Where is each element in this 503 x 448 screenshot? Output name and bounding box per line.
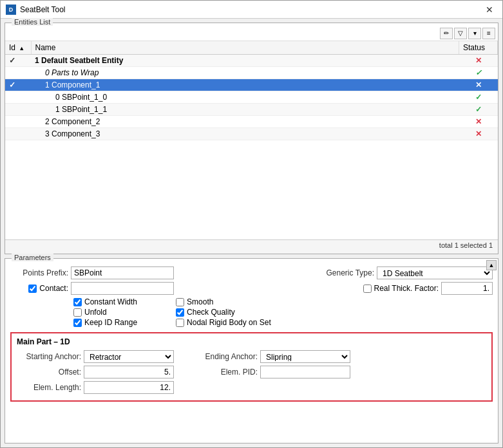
elem-length-label: Elem. Length:	[17, 383, 81, 392]
row-status: ✕	[459, 128, 498, 140]
ending-anchor-select[interactable]: Slipring Retractor Fixed	[260, 350, 350, 363]
row-name: 3 Component_3	[31, 128, 459, 140]
table-row[interactable]: 2 Component_2✕	[5, 116, 498, 128]
offset-label: Offset:	[17, 368, 81, 377]
contact-checkbox[interactable]	[28, 285, 37, 293]
constant-width-checkbox-label[interactable]: Constant Width	[73, 297, 137, 306]
table-row[interactable]: 0 Parts to Wrap✓	[5, 67, 498, 79]
row-id	[5, 104, 31, 116]
unfold-checkbox[interactable]	[73, 308, 82, 317]
row-status: ✕	[459, 79, 498, 91]
ending-anchor-row: Ending Anchor: Slipring Retractor Fixed	[193, 350, 350, 363]
title-bar-left: D SeatBelt Tool	[6, 5, 66, 15]
dropdown-button[interactable]: ▾	[468, 28, 481, 39]
row-status: ✓	[459, 91, 498, 104]
entities-panel: Entities List ✏ ▽ ▾ ≡ Id ▲ Name Status	[5, 23, 498, 254]
row-status: ✕	[459, 55, 498, 67]
constant-width-checkbox[interactable]	[73, 298, 82, 306]
row-status: ✓	[459, 67, 498, 79]
entities-table[interactable]: Id ▲ Name Status ✓1 Default Seatbelt Ent…	[5, 41, 498, 239]
elem-pid-input[interactable]	[260, 366, 350, 378]
generic-type-select[interactable]: 1D Seatbelt 2D Seatbelt	[377, 266, 493, 279]
row-name: 0 SBPoint_1_0	[31, 91, 459, 104]
check-quality-label: Check Quality	[187, 308, 235, 317]
entities-panel-label: Entities List	[12, 18, 53, 26]
row-name: 2 Component_2	[31, 116, 459, 128]
table-header: Id ▲ Name Status	[5, 41, 498, 55]
contact-row: Contact: Real Thick. Factor:	[10, 282, 493, 295]
elem-length-field-row: Elem. Length:	[17, 381, 174, 394]
check-quality-checkbox-label[interactable]: Check Quality	[176, 308, 271, 317]
anchor-row: Starting Anchor: Retractor Fixed Sliprin…	[17, 350, 486, 363]
real-thick-label: Real Thick. Factor:	[374, 284, 439, 293]
elem-pid-label: Elem. PID:	[193, 368, 258, 377]
elem-length-row: Elem. Length:	[17, 381, 486, 394]
entities-toolbar: ✏ ▽ ▾ ≡	[5, 26, 498, 41]
col-name-header[interactable]: Name	[31, 41, 459, 55]
checkboxes-section: Constant Width Unfold Keep ID Range Smoo…	[15, 297, 493, 327]
keep-id-range-checkbox-label[interactable]: Keep ID Range	[73, 318, 137, 327]
footer-total-selected: total 1 selected 1	[439, 241, 493, 249]
ending-anchor-label: Ending Anchor:	[193, 352, 258, 361]
row-status: ✕	[459, 116, 498, 128]
col-status-header[interactable]: Status	[459, 41, 498, 55]
nodal-rigid-checkbox-label[interactable]: Nodal Rigid Body on Set	[176, 318, 271, 327]
params-panel-label: Parameters	[12, 254, 53, 261]
params-panel: Parameters ▲ Points Prefix: Generic Type…	[5, 258, 498, 443]
smooth-checkbox[interactable]	[176, 298, 184, 306]
close-button[interactable]: ✕	[482, 3, 497, 16]
col-id-header[interactable]: Id ▲	[5, 41, 31, 55]
constant-width-label: Constant Width	[84, 297, 137, 306]
main-window: D SeatBelt Tool ✕ Entities List ✏ ▽ ▾ ≡ …	[0, 0, 503, 448]
scroll-up-button[interactable]: ▲	[486, 260, 497, 270]
nodal-rigid-label: Nodal Rigid Body on Set	[187, 318, 271, 327]
row-name: 1 SBPoint_1_1	[31, 104, 459, 116]
real-thick-input[interactable]	[441, 282, 493, 295]
table-row[interactable]: 3 Component_3✕	[5, 128, 498, 140]
row-name: 1 Default Seatbelt Entity	[31, 55, 459, 67]
title-bar: D SeatBelt Tool ✕	[1, 1, 502, 19]
keep-id-range-checkbox[interactable]	[73, 319, 82, 327]
elem-pid-row: Elem. PID:	[193, 366, 350, 378]
entities-footer: total 1 selected 1	[5, 239, 498, 254]
row-id	[5, 116, 31, 128]
keep-id-range-label: Keep ID Range	[84, 318, 137, 327]
filter-button[interactable]: ▽	[454, 28, 467, 39]
starting-anchor-label: Starting Anchor:	[17, 352, 81, 361]
real-thick-checkbox[interactable]	[363, 285, 372, 293]
smooth-label: Smooth	[187, 297, 213, 306]
window-title: SeatBelt Tool	[20, 5, 66, 14]
row-id	[5, 67, 31, 79]
row-id	[5, 128, 31, 140]
main-content: Entities List ✏ ▽ ▾ ≡ Id ▲ Name Status	[1, 19, 502, 447]
unfold-checkbox-label[interactable]: Unfold	[73, 308, 137, 317]
generic-type-label: Generic Type:	[316, 268, 374, 277]
smooth-checkbox-label[interactable]: Smooth	[176, 297, 271, 306]
contact-label: Contact:	[39, 284, 68, 293]
offset-row: Offset: Elem. PID:	[17, 366, 486, 378]
checkboxes-left: Constant Width Unfold Keep ID Range	[73, 297, 137, 327]
checkboxes-right: Smooth Check Quality Nodal Rigid Body on…	[176, 297, 271, 327]
contact-input[interactable]	[71, 282, 174, 295]
row-status: ✓	[459, 104, 498, 116]
table-row[interactable]: 1 SBPoint_1_1✓	[5, 104, 498, 116]
row-id: ✓	[5, 79, 31, 91]
row-name: 0 Parts to Wrap	[31, 67, 459, 79]
starting-anchor-row: Starting Anchor: Retractor Fixed Sliprin…	[17, 350, 174, 363]
edit-button[interactable]: ✏	[440, 28, 453, 39]
points-prefix-row: Points Prefix: Generic Type: 1D Seatbelt…	[10, 266, 493, 279]
table-row[interactable]: 0 SBPoint_1_0✓	[5, 91, 498, 104]
nodal-rigid-checkbox[interactable]	[176, 319, 184, 327]
main-part-title: Main Part – 1D	[17, 337, 486, 346]
starting-anchor-select[interactable]: Retractor Fixed Slipring	[84, 350, 174, 363]
elem-length-input[interactable]	[84, 381, 174, 394]
points-prefix-input[interactable]	[71, 266, 174, 279]
row-id	[5, 91, 31, 104]
table-row[interactable]: ✓1 Component_1✕	[5, 79, 498, 91]
menu-button[interactable]: ≡	[482, 28, 495, 39]
row-id: ✓	[5, 55, 31, 67]
table-row[interactable]: ✓1 Default Seatbelt Entity✕	[5, 55, 498, 67]
offset-field-row: Offset:	[17, 366, 174, 378]
check-quality-checkbox[interactable]	[176, 308, 184, 317]
offset-input[interactable]	[84, 366, 174, 378]
